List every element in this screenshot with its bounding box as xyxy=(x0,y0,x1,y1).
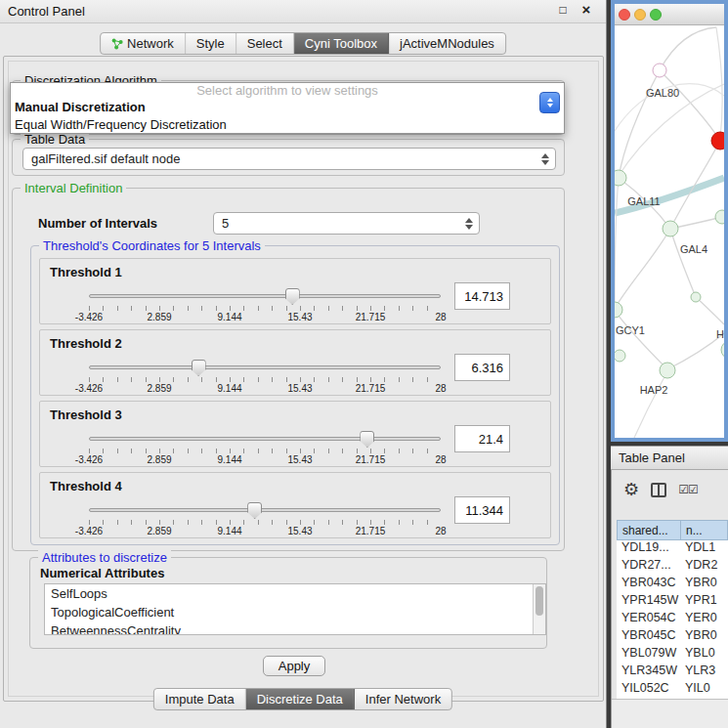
table-cell[interactable]: YBR043C xyxy=(617,576,681,593)
dropdown-option-manual-discretization[interactable]: Manual Discretization xyxy=(11,99,564,116)
table-cell[interactable]: YDL1 xyxy=(681,540,728,558)
network-edge[interactable] xyxy=(634,371,667,438)
column-header-shared[interactable]: shared... xyxy=(617,520,681,540)
apply-button[interactable]: Apply xyxy=(263,656,325,676)
scrollbar-thumb[interactable] xyxy=(535,586,543,616)
tab-label: Discretize Data xyxy=(257,692,343,707)
scale-label: 9.144 xyxy=(217,312,241,322)
tab-select[interactable]: Select xyxy=(236,33,294,54)
table-row[interactable]: YBR045CYBR0 xyxy=(617,628,728,646)
column-header-name[interactable]: n... xyxy=(681,520,728,540)
list-scrollbar[interactable] xyxy=(533,584,545,634)
table-cell[interactable]: YLR345W xyxy=(617,664,681,681)
threshold-value-input[interactable] xyxy=(454,425,510,452)
dropdown-option-equal-width[interactable]: Equal Width/Frequency Discretization xyxy=(11,116,564,134)
threshold-slider[interactable]: -3.4262.8599.14415.4321.71528 xyxy=(89,502,441,537)
list-item[interactable]: SelfLoops xyxy=(45,584,545,603)
tab-impute-data[interactable]: Impute Data xyxy=(154,689,246,709)
threshold-value-input[interactable] xyxy=(454,496,510,524)
table-cell[interactable]: YIL052C xyxy=(617,681,681,699)
network-edge[interactable] xyxy=(716,27,722,139)
slider-thumb[interactable] xyxy=(247,502,262,519)
tab-style[interactable]: Style xyxy=(186,33,236,54)
network-node[interactable] xyxy=(711,132,724,150)
slider-scale-labels: -3.4262.8599.14415.4321.71528 xyxy=(89,526,441,537)
network-node[interactable] xyxy=(663,221,678,236)
slider-track[interactable] xyxy=(89,437,441,441)
network-edge[interactable] xyxy=(615,229,670,309)
network-node[interactable] xyxy=(721,341,724,359)
table-cell[interactable]: YPR145W xyxy=(617,593,681,611)
network-edge[interactable] xyxy=(615,178,619,309)
network-node[interactable] xyxy=(660,363,675,378)
tab-cyni-toolbox[interactable]: Cyni Toolbox xyxy=(294,33,389,54)
close-window-icon[interactable]: × xyxy=(578,1,594,18)
network-node[interactable] xyxy=(653,64,666,77)
tab-discretize-data[interactable]: Discretize Data xyxy=(246,689,355,709)
tab-network[interactable]: Network xyxy=(101,33,186,54)
columns-icon[interactable] xyxy=(651,483,666,497)
algorithm-combo-stepper[interactable] xyxy=(539,92,560,113)
network-node[interactable] xyxy=(615,170,626,186)
table-row[interactable]: YBR043CYBR0 xyxy=(617,576,728,593)
table-row[interactable]: YIL052CYIL0 xyxy=(617,681,728,699)
table-row[interactable]: YLR345WYLR3 xyxy=(617,664,728,681)
table-cell[interactable]: YPR1 xyxy=(681,593,728,611)
table-row[interactable]: YPR145WYPR1 xyxy=(617,593,728,611)
table-cell[interactable]: YBR045C xyxy=(617,628,681,646)
zoom-traffic-light-icon[interactable] xyxy=(650,9,662,21)
slider-ticks xyxy=(89,449,441,453)
threshold-slider[interactable]: -3.4262.8599.14415.4321.71528 xyxy=(89,431,441,466)
threshold-value-input[interactable] xyxy=(454,282,510,310)
slider-track[interactable] xyxy=(89,508,441,512)
slider-thumb[interactable] xyxy=(192,360,206,376)
interval-definition-group: Interval Definition Number of Intervals … xyxy=(12,188,565,551)
table-row[interactable]: YDL19...YDL1 xyxy=(617,540,728,558)
minimize-traffic-light-icon[interactable] xyxy=(634,9,646,21)
table-cell[interactable]: YIL0 xyxy=(681,681,728,699)
table-cell[interactable]: YBR0 xyxy=(681,576,728,593)
gear-icon[interactable]: ⚙ xyxy=(623,481,639,498)
list-item[interactable]: TopologicalCoefficient xyxy=(45,603,545,621)
table-cell[interactable]: YDR27... xyxy=(617,558,681,576)
threshold-label: Threshold 2 xyxy=(50,336,122,351)
tab-jactivemnodules[interactable]: jActiveMNodules xyxy=(389,33,505,54)
table-row[interactable]: YBL079WYBL0 xyxy=(617,646,728,664)
network-edge[interactable] xyxy=(696,297,724,324)
network-node[interactable] xyxy=(715,210,724,224)
table-cell[interactable]: YBR0 xyxy=(681,628,728,646)
network-node[interactable] xyxy=(691,292,701,302)
table-panel-title: Table Panel xyxy=(619,450,685,465)
list-item[interactable]: BetweennessCentrality xyxy=(45,621,545,635)
tab-infer-network[interactable]: Infer Network xyxy=(355,689,451,709)
network-edge[interactable] xyxy=(660,70,720,141)
threshold-value-input[interactable] xyxy=(454,354,510,381)
slider-thumb[interactable] xyxy=(360,431,374,448)
float-window-icon[interactable]: □ xyxy=(555,3,571,17)
scale-label: 21.715 xyxy=(356,454,386,465)
close-traffic-light-icon[interactable] xyxy=(619,9,630,21)
slider-thumb[interactable] xyxy=(285,288,300,305)
table-cell[interactable]: YER0 xyxy=(681,611,728,628)
network-node[interactable] xyxy=(615,350,625,362)
select-columns-icon[interactable]: ☑☑ xyxy=(678,483,698,496)
table-cell[interactable]: YLR3 xyxy=(681,664,728,681)
table-cell[interactable]: YDL19... xyxy=(617,540,681,558)
slider-track[interactable] xyxy=(89,294,441,298)
table-data-combo[interactable]: galFiltered.sif default node xyxy=(22,148,556,170)
network-edge[interactable] xyxy=(660,27,716,70)
network-canvas[interactable]: GAL80GAL11GAL4GCY1HAP2H xyxy=(615,25,724,438)
table-cell[interactable]: YBL0 xyxy=(681,646,728,664)
table-row[interactable]: YER054CYER0 xyxy=(617,611,728,628)
table-row[interactable]: YDR27...YDR2 xyxy=(617,558,728,576)
slider-track[interactable] xyxy=(89,365,441,369)
table-cell[interactable]: YER054C xyxy=(617,611,681,628)
network-node[interactable] xyxy=(615,302,622,318)
number-of-intervals-combo[interactable]: 5 xyxy=(213,212,480,235)
threshold-slider[interactable]: -3.4262.8599.14415.4321.71528 xyxy=(89,288,441,323)
network-edge[interactable] xyxy=(670,229,696,297)
numerical-attributes-list[interactable]: SelfLoopsTopologicalCoefficientBetweenne… xyxy=(44,583,546,635)
threshold-slider[interactable]: -3.4262.8599.14415.4321.71528 xyxy=(89,360,441,395)
table-cell[interactable]: YDR2 xyxy=(681,558,728,576)
table-cell[interactable]: YBL079W xyxy=(617,646,681,664)
